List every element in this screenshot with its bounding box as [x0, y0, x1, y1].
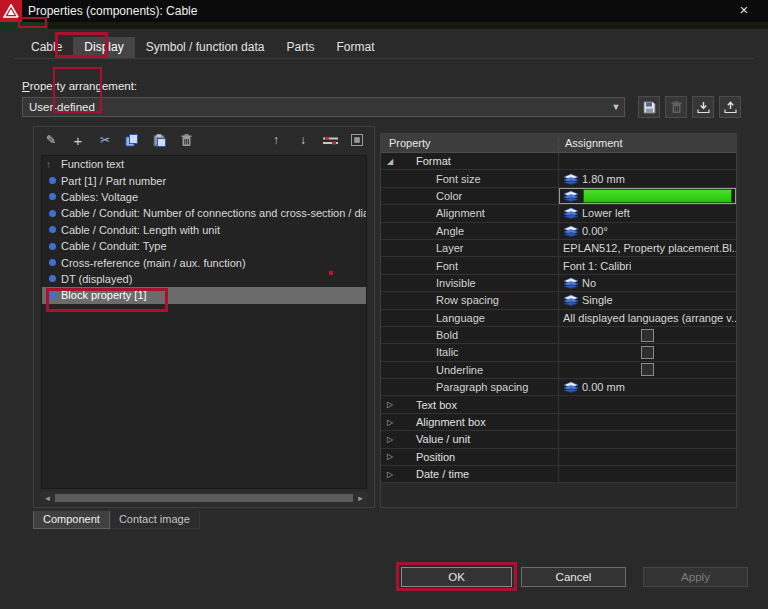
- property-name: Layer: [436, 242, 464, 254]
- bottom-tab-component[interactable]: Component: [33, 511, 110, 529]
- expand-icon[interactable]: ▷: [387, 470, 397, 479]
- checkbox[interactable]: [641, 363, 654, 376]
- property-name: Underline: [436, 364, 483, 376]
- tab-parts[interactable]: Parts: [275, 37, 325, 58]
- property-row[interactable]: Row spacingSingle: [381, 292, 736, 309]
- apply-button[interactable]: Apply: [643, 567, 748, 587]
- tree-item[interactable]: DT (displayed): [42, 271, 366, 287]
- frame-icon[interactable]: [348, 132, 366, 148]
- export-arrangement-button[interactable]: [719, 96, 741, 118]
- edit-icon[interactable]: ✎: [42, 132, 60, 148]
- layers-icon: [563, 190, 579, 202]
- expand-icon[interactable]: ▷: [387, 418, 397, 427]
- property-value: EPLAN512, Property placement.Bl...: [563, 242, 736, 254]
- scroll-right-icon[interactable]: ▸: [354, 493, 367, 503]
- color-swatch-green[interactable]: [583, 189, 732, 203]
- expand-icon[interactable]: ▷: [387, 435, 397, 444]
- bullet-icon: [49, 193, 56, 200]
- tab-bar: CableDisplaySymbol / function dataPartsF…: [20, 37, 385, 58]
- property-name: Row spacing: [436, 294, 499, 306]
- tree-item[interactable]: Cross-reference (main / aux. function): [42, 254, 366, 270]
- scroll-left-icon[interactable]: ◂: [41, 493, 54, 503]
- property-grid-panel: Property Assignment ◢FormatFont size1.80…: [380, 133, 737, 508]
- move-up-icon[interactable]: ↑: [267, 132, 285, 148]
- window-edge-strip: [0, 22, 768, 29]
- align-icon[interactable]: [321, 132, 339, 148]
- tree-item[interactable]: Block property [1]: [42, 287, 366, 303]
- tree-item[interactable]: Cable / Conduit: Type: [42, 238, 366, 254]
- tree-item-label: Cable / Conduit: Number of connections a…: [61, 207, 366, 219]
- property-row[interactable]: Angle0.00°: [381, 223, 736, 240]
- window-title: Properties (components): Cable: [28, 0, 197, 22]
- import-arrangement-button[interactable]: [692, 96, 714, 118]
- tree-item-label: Cross-reference (main / aux. function): [61, 257, 246, 269]
- cancel-button[interactable]: Cancel: [521, 567, 626, 587]
- property-row[interactable]: ▷Date / time: [381, 466, 736, 483]
- tree-item[interactable]: ↑Function text: [42, 156, 366, 172]
- property-row[interactable]: ▷Position: [381, 449, 736, 466]
- ok-button[interactable]: OK: [401, 567, 512, 587]
- expand-icon[interactable]: ▷: [387, 400, 397, 409]
- property-row[interactable]: AlignmentLower left: [381, 205, 736, 222]
- property-name: Bold: [436, 329, 458, 341]
- property-row[interactable]: Paragraph spacing0.00 mm: [381, 379, 736, 396]
- property-name: Format: [416, 155, 451, 167]
- property-row[interactable]: Color: [381, 188, 736, 205]
- property-row[interactable]: LayerEPLAN512, Property placement.Bl...: [381, 240, 736, 257]
- property-value: 0.00°: [582, 225, 608, 237]
- property-arrangement-select[interactable]: User-defined ▼: [22, 97, 625, 117]
- layers-icon: [563, 225, 579, 237]
- property-row[interactable]: ▷Value / unit: [381, 431, 736, 448]
- property-name: Language: [436, 312, 485, 324]
- property-row[interactable]: Font size1.80 mm: [381, 170, 736, 187]
- property-name: Alignment: [436, 207, 485, 219]
- close-icon[interactable]: ×: [730, 0, 758, 22]
- bottom-tab-bar: ComponentContact image: [33, 511, 200, 529]
- tree-toolbar: ✎ + ✂: [34, 127, 374, 153]
- property-row[interactable]: Underline: [381, 362, 736, 379]
- property-name: Font size: [436, 173, 481, 185]
- import-icon: [697, 101, 710, 114]
- layers-icon: [563, 294, 579, 306]
- property-row[interactable]: ▷Text box: [381, 396, 736, 413]
- tab-cable[interactable]: Cable: [20, 37, 73, 58]
- property-row[interactable]: FontFont 1: Calibri: [381, 257, 736, 274]
- tree-item-label: Part [1] / Part number: [61, 175, 166, 187]
- expand-icon[interactable]: ▷: [387, 452, 397, 461]
- property-name: Angle: [436, 225, 464, 237]
- property-row[interactable]: ▷Alignment box: [381, 414, 736, 431]
- tab-format[interactable]: Format: [325, 37, 385, 58]
- property-row[interactable]: InvisibleNo: [381, 275, 736, 292]
- cut-icon[interactable]: ✂: [96, 132, 114, 148]
- tree-item[interactable]: Cable / Conduit: Number of connections a…: [42, 205, 366, 221]
- checkbox[interactable]: [641, 329, 654, 342]
- delete-icon[interactable]: [177, 132, 195, 148]
- checkbox[interactable]: [641, 346, 654, 359]
- bottom-tab-contact-image[interactable]: Contact image: [110, 511, 200, 529]
- delete-arrangement-button[interactable]: [665, 96, 687, 118]
- property-row[interactable]: ◢Format: [381, 153, 736, 170]
- save-arrangement-button[interactable]: [638, 96, 660, 118]
- property-row[interactable]: Bold: [381, 327, 736, 344]
- property-row[interactable]: LanguageAll displayed languages (arrange…: [381, 310, 736, 327]
- tree-item[interactable]: Cables: Voltage: [42, 189, 366, 205]
- property-row[interactable]: Italic: [381, 344, 736, 361]
- tab-symbol-function-data[interactable]: Symbol / function data: [135, 37, 276, 58]
- layers-icon: [563, 207, 579, 219]
- title-bar: Properties (components): Cable ×: [0, 0, 768, 22]
- tab-display[interactable]: Display: [73, 37, 134, 58]
- collapse-icon[interactable]: ◢: [387, 157, 397, 166]
- bullet-icon: [49, 210, 56, 217]
- tree-item[interactable]: Part [1] / Part number: [42, 172, 366, 188]
- horizontal-scrollbar[interactable]: ◂ ▸: [41, 492, 367, 504]
- chevron-down-icon[interactable]: ▼: [608, 102, 624, 112]
- move-down-icon[interactable]: ↓: [294, 132, 312, 148]
- copy-icon[interactable]: [123, 132, 141, 148]
- paste-icon[interactable]: [150, 132, 168, 148]
- add-icon[interactable]: +: [69, 132, 87, 148]
- tree-item[interactable]: Cable / Conduit: Length with unit: [42, 222, 366, 238]
- bullet-icon: [49, 292, 56, 299]
- property-value: All displayed languages (arrange v...: [563, 312, 736, 324]
- scrollbar-thumb[interactable]: [55, 494, 353, 502]
- column-header-assignment: Assignment: [559, 137, 736, 149]
